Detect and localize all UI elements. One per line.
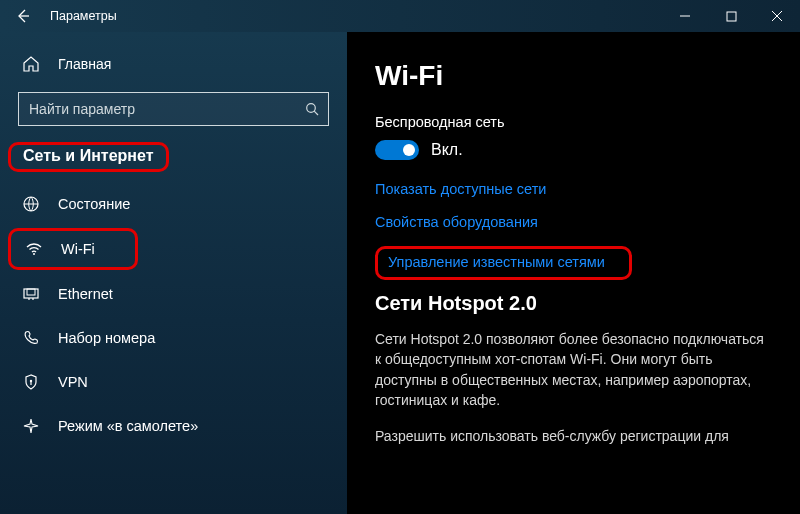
sidebar-item-label: Набор номера (58, 330, 155, 346)
svg-rect-0 (727, 12, 736, 21)
annotation-highlight: Сеть и Интернет (8, 142, 169, 172)
sidebar: Главная Сеть и Интернет Состояние (0, 32, 347, 514)
sidebar-item-vpn[interactable]: VPN (0, 360, 347, 404)
back-button[interactable] (0, 0, 46, 32)
sidebar-item-label: VPN (58, 374, 88, 390)
link-hw-properties[interactable]: Свойства оборудования (375, 214, 538, 230)
sidebar-item-label: Режим «в самолете» (58, 418, 198, 434)
svg-rect-4 (24, 289, 38, 298)
svg-point-1 (307, 103, 316, 112)
sidebar-item-label: Состояние (58, 196, 130, 212)
sidebar-home[interactable]: Главная (0, 44, 347, 84)
vpn-icon (20, 373, 42, 391)
status-icon (20, 195, 42, 213)
search-icon (305, 102, 320, 117)
link-show-networks[interactable]: Показать доступные сети (375, 181, 546, 197)
sidebar-item-label: Ethernet (58, 286, 113, 302)
svg-point-6 (30, 380, 32, 382)
wifi-icon (23, 240, 45, 258)
sidebar-item-dialup[interactable]: Набор номера (0, 316, 347, 360)
link-manage-known[interactable]: Управление известными сетями (388, 254, 605, 270)
toggle-state-label: Вкл. (431, 141, 463, 159)
sidebar-item-label: Wi-Fi (61, 241, 95, 257)
annotation-highlight: Wi-Fi (8, 228, 138, 270)
search-input[interactable] (29, 101, 305, 117)
search-box[interactable] (18, 92, 329, 126)
svg-point-3 (33, 253, 35, 255)
sidebar-item-wifi[interactable]: Wi-Fi (19, 231, 95, 267)
close-button[interactable] (754, 0, 800, 32)
hotspot-heading: Сети Hotspot 2.0 (375, 292, 772, 315)
sidebar-item-ethernet[interactable]: Ethernet (0, 272, 347, 316)
svg-rect-5 (27, 289, 35, 295)
window-title: Параметры (46, 9, 117, 23)
sidebar-item-airplane[interactable]: Режим «в самолете» (0, 404, 347, 448)
home-icon (20, 55, 42, 73)
hotspot-body2: Разрешить использовать веб-службу регист… (375, 426, 772, 446)
minimize-button[interactable] (662, 0, 708, 32)
minimize-icon (679, 10, 691, 22)
annotation-highlight: Управление известными сетями (375, 246, 632, 280)
airplane-icon (20, 417, 42, 435)
wireless-label: Беспроводная сеть (375, 114, 772, 130)
ethernet-icon (20, 285, 42, 303)
sidebar-section-header: Сеть и Интернет (23, 147, 154, 165)
content-pane: Wi-Fi Беспроводная сеть Вкл. Показать до… (347, 32, 800, 514)
maximize-button[interactable] (708, 0, 754, 32)
sidebar-item-status[interactable]: Состояние (0, 182, 347, 226)
sidebar-home-label: Главная (58, 56, 111, 72)
wifi-toggle[interactable] (375, 140, 419, 160)
maximize-icon (726, 11, 737, 22)
arrow-left-icon (15, 8, 31, 24)
hotspot-body: Сети Hotspot 2.0 позволяют более безопас… (375, 329, 772, 410)
toggle-knob (403, 144, 415, 156)
page-heading: Wi-Fi (375, 60, 772, 92)
phone-icon (20, 329, 42, 347)
close-icon (771, 10, 783, 22)
titlebar: Параметры (0, 0, 800, 32)
